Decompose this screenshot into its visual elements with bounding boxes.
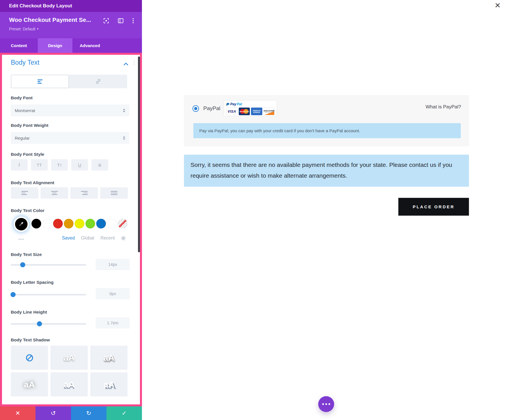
tab-design[interactable]: Design — [38, 38, 72, 53]
swatch-white[interactable] — [42, 219, 52, 228]
swatch-blue[interactable] — [96, 219, 106, 228]
select-caret-icon — [123, 109, 125, 112]
align-right-icon — [81, 191, 88, 195]
font-style-italic-button[interactable]: I — [11, 159, 28, 171]
text-shadow-glow-option[interactable]: aA — [11, 372, 48, 396]
select-caret-icon — [123, 136, 125, 140]
body-text-color-label: Body Text Color — [11, 208, 45, 213]
align-center-button[interactable] — [41, 187, 68, 199]
builder-options-fab[interactable] — [318, 396, 334, 412]
body-line-height-input[interactable] — [96, 317, 130, 329]
payment-method-section: PayPal PP PayPal VISA MasterCard AMERICA… — [184, 95, 469, 146]
saved-colors-link[interactable]: Saved — [62, 236, 75, 241]
options-mode-toggle — [11, 75, 127, 88]
swatch-black[interactable] — [32, 219, 41, 228]
body-font-select[interactable]: Montserrat — [11, 104, 129, 116]
close-modal-icon[interactable]: ✕ — [495, 1, 501, 10]
tab-advanced[interactable]: Advanced — [72, 38, 107, 53]
color-picker-button[interactable] — [15, 218, 28, 230]
place-order-button[interactable]: PLACE ORDER — [398, 198, 469, 216]
amex-logo: AMERICAN EXPRESS — [251, 108, 262, 115]
paypal-cards-image: PP PayPal VISA MasterCard AMERICAN EXPRE… — [224, 100, 277, 117]
text-shadow-diagonal-option[interactable]: aA — [90, 372, 127, 396]
palette-source-links: Saved Global Recent — [62, 236, 126, 241]
body-letter-spacing-label: Body Letter Spacing — [11, 280, 54, 285]
palette-settings-gear-icon[interactable] — [121, 236, 126, 241]
panel-scrollbar[interactable] — [138, 56, 140, 252]
module-options-kebab-icon[interactable] — [130, 18, 136, 24]
tab-content[interactable]: Content — [0, 38, 38, 53]
redo-button[interactable]: ↻ — [71, 406, 106, 420]
focus-scan-icon[interactable] — [103, 18, 109, 24]
body-text-size-label: Body Text Size — [11, 252, 42, 257]
link-settings-tab[interactable] — [69, 75, 127, 88]
recent-colors-link[interactable]: Recent — [100, 236, 115, 241]
body-text-size-input[interactable] — [96, 259, 130, 270]
undo-button[interactable]: ↺ — [35, 406, 71, 420]
paypal-method-label: PayPal — [203, 105, 220, 112]
swatch-red[interactable] — [53, 219, 63, 228]
section-collapse-chevron-icon[interactable] — [123, 62, 128, 67]
font-style-strikethrough-button[interactable]: S — [91, 159, 108, 171]
text-shadow-strong-option[interactable]: aA — [90, 346, 127, 370]
what-is-paypal-link[interactable]: What is PayPal? — [426, 104, 461, 110]
swatch-yellow[interactable] — [75, 219, 84, 228]
body-line-height-handle[interactable] — [37, 321, 42, 326]
preset-label: Preset: Default — [9, 27, 35, 31]
align-left-icon — [21, 191, 28, 195]
align-left-button[interactable] — [11, 187, 38, 199]
text-shadow-hard-option[interactable]: aA — [51, 372, 88, 396]
color-palette — [32, 219, 127, 228]
module-title: Woo Checkout Payment Se... — [9, 16, 91, 23]
swatch-transparent[interactable] — [118, 219, 127, 228]
section-options-kebab-icon[interactable]: ⋮ — [132, 60, 137, 66]
paypal-logo-pal: Pal — [237, 102, 242, 106]
body-font-value: Montserrat — [15, 108, 35, 113]
paypal-radio[interactable] — [192, 105, 199, 112]
body-text-shadow-label: Body Text Shadow — [11, 337, 50, 343]
swatch-white-2[interactable] — [107, 219, 117, 228]
body-text-size-slider[interactable] — [11, 264, 86, 266]
text-shadow-none-option[interactable] — [11, 346, 48, 370]
discover-logo: DISCOVERNETWORK — [263, 108, 275, 115]
swatch-orange[interactable] — [64, 219, 74, 228]
preset-caret-icon: ▼ — [37, 28, 39, 30]
screen: Edit Checkout Body Layout Woo Checkout P… — [0, 0, 511, 420]
align-justify-button[interactable] — [100, 187, 128, 199]
text-lines-icon — [37, 79, 43, 84]
font-style-underline-button[interactable]: U — [71, 159, 88, 171]
preset-selector[interactable]: Preset: Default▼ — [9, 27, 39, 31]
settings-tabbar: Content Design Advanced — [0, 38, 142, 53]
font-style-smallcaps-button[interactable]: Tt — [51, 159, 68, 171]
body-text-alignment-label: Body Text Alignment — [11, 180, 54, 185]
body-letter-spacing-slider[interactable] — [11, 294, 86, 295]
card-logos-row: VISA MasterCard AMERICAN EXPRESS DISCOVE… — [226, 108, 275, 115]
text-shadow-soft-option[interactable]: aA — [51, 346, 88, 370]
paypal-description-bar: Pay via PayPal; you can pay with your cr… — [193, 123, 461, 138]
section-title-body-text: Body Text — [11, 59, 39, 66]
text-settings-tab[interactable] — [11, 75, 69, 88]
body-font-weight-value: Regular — [15, 136, 30, 140]
more-colors-dots[interactable]: ••• — [16, 237, 26, 242]
font-style-uppercase-button[interactable]: TT — [31, 159, 48, 171]
body-font-weight-select[interactable]: Regular — [11, 132, 129, 144]
global-colors-link[interactable]: Global — [81, 236, 94, 241]
body-letter-spacing-handle[interactable] — [11, 292, 16, 297]
discard-button[interactable]: ✕ — [0, 406, 35, 420]
builder-footer-actions: ✕ ↺ ↻ ✓ — [0, 406, 142, 420]
modal-titlebar: Edit Checkout Body Layout — [0, 0, 142, 12]
mastercard-logo: MasterCard — [239, 108, 250, 115]
module-header: Woo Checkout Payment Se... Preset: Defau… — [0, 12, 142, 38]
swatch-green[interactable] — [85, 219, 95, 228]
no-payment-methods-notice: Sorry, it seems that there are no availa… — [184, 155, 469, 187]
save-button[interactable]: ✓ — [106, 406, 142, 420]
body-line-height-slider[interactable] — [11, 323, 86, 325]
body-font-style-label: Body Font Style — [11, 152, 44, 157]
paypal-logo-pay: Pay — [230, 102, 236, 106]
body-letter-spacing-input[interactable] — [96, 288, 130, 299]
modal-title: Edit Checkout Body Layout — [9, 3, 72, 9]
body-text-size-handle[interactable] — [20, 262, 25, 267]
align-right-button[interactable] — [70, 187, 98, 199]
paypal-p-mark-icon: PP — [226, 102, 230, 106]
split-view-icon[interactable] — [118, 18, 124, 24]
